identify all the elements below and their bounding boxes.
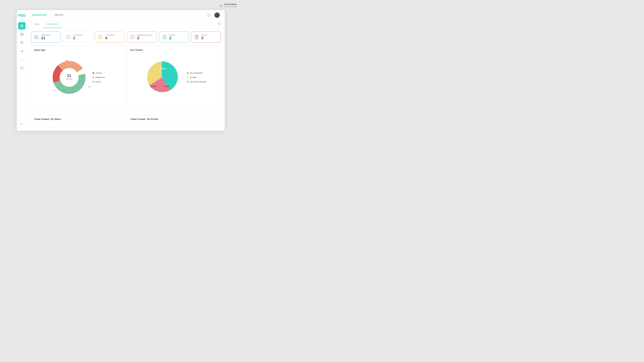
pie-label-sla-not-achieved: 06.00% [160, 67, 166, 69]
stats-row: Total Ticket 11 Not Started 1 [27, 28, 225, 45]
building-icon [20, 66, 24, 69]
donut-container: 11 Tickets 02 03 05 [51, 59, 88, 96]
topbar: DASHBOARD | REPORT [27, 10, 225, 20]
user-avatar[interactable] [214, 12, 220, 18]
not-started-icon [66, 34, 71, 40]
nav-report[interactable]: REPORT [54, 14, 64, 16]
checklist-icon [20, 41, 24, 44]
annotation-02: 02 [66, 60, 68, 62]
sidebar-item-checklist[interactable] [18, 39, 26, 46]
svg-point-13 [21, 59, 22, 60]
avatar-image [214, 12, 220, 18]
svg-rect-2 [20, 26, 22, 27]
legend-statement: Statement [92, 76, 105, 79]
branding: TechnoMark Let's Innovate [219, 3, 237, 8]
by-priority-title: Ticket Created - By Priority [130, 118, 218, 120]
annotation-05: 05 [88, 86, 90, 88]
topbar-actions [206, 12, 220, 18]
briefcase-icon [20, 32, 24, 36]
tabs-bar: Tasks Email Ticket [27, 20, 225, 28]
bottom-card-by-priority: Ticket Created - By Priority [127, 115, 221, 128]
closed-icon [162, 34, 167, 40]
stat-card-waiting[interactable]: Waiting from client 2 [127, 31, 157, 42]
svg-rect-11 [22, 50, 22, 52]
settings-icon [20, 58, 24, 61]
tab-email-ticket[interactable]: Email Ticket [43, 20, 62, 28]
charts-row: Email Type [27, 45, 225, 115]
waiting-icon [130, 34, 135, 40]
stat-card-not-started[interactable]: Not Started 1 [63, 31, 92, 42]
main-content: DASHBOARD | REPORT Tasks Emai [27, 10, 225, 131]
stat-info-cancel: Cancel 3 [201, 34, 207, 40]
sidebar-item-dashboard[interactable] [18, 22, 26, 29]
pie-svg [142, 57, 182, 97]
notification-icon[interactable] [206, 12, 212, 18]
stat-value-not-started: 1 [73, 36, 82, 40]
sidebar: PMS [17, 10, 27, 131]
stat-card-total[interactable]: Total Ticket 11 [31, 31, 60, 42]
legend-sla-achieved: SLA Achieved [187, 72, 206, 74]
nav-dashboard[interactable]: DASHBOARD [32, 14, 47, 16]
sla-legend: SLA Achieved At Risk SLA Not Achieved [187, 72, 206, 83]
donut-svg: 11 Tickets [51, 59, 88, 96]
sla-title: SLA Tickets [130, 49, 218, 51]
sidebar-bottom [18, 120, 26, 127]
sidebar-item-chart[interactable] [18, 47, 26, 55]
stat-value-total: 11 [41, 36, 50, 40]
tabs: Tasks Email Ticket [31, 20, 62, 28]
filter-icon[interactable] [218, 22, 221, 26]
annotation-03: 03 [53, 89, 55, 91]
branding-icon [219, 4, 223, 7]
email-type-legend: Invoice Statement Query [92, 72, 105, 83]
bottom-card-by-status: Ticket Created - By Status [31, 115, 124, 128]
sidebar-item-briefcase[interactable] [18, 30, 26, 38]
svg-text:Tickets: Tickets [66, 78, 72, 80]
stat-card-cancel[interactable]: Cancel 3 [191, 31, 221, 42]
svg-rect-10 [20, 51, 21, 52]
legend-at-risk: At Risk [187, 76, 206, 79]
grid-icon [20, 24, 24, 27]
in-progress-icon [98, 34, 103, 40]
stat-value-in-progress: 4 [105, 36, 115, 40]
sidebar-item-settings[interactable] [18, 56, 26, 63]
topbar-divider: | [50, 13, 51, 16]
legend-dot-statement [92, 77, 94, 78]
email-type-chart: Email Type [31, 45, 124, 112]
bar-chart-icon [20, 49, 24, 53]
svg-rect-1 [22, 25, 23, 26]
stat-card-in-progress[interactable]: In-Progress 4 [95, 31, 124, 42]
legend-dot-at-risk [187, 77, 189, 78]
total-ticket-icon [34, 34, 39, 40]
email-type-inner: 11 Tickets 02 03 05 [34, 54, 121, 101]
stat-label-waiting: Waiting from client [137, 34, 152, 36]
svg-rect-17 [22, 68, 22, 69]
tab-tasks[interactable]: Tasks [31, 20, 43, 28]
svg-text:11: 11 [67, 73, 71, 78]
stat-value-cancel: 3 [201, 36, 207, 40]
sidebar-item-collapse[interactable] [18, 120, 26, 127]
stat-value-waiting: 2 [137, 36, 152, 40]
branding-text: TechnoMark Let's Innovate [224, 3, 237, 8]
legend-invoice: Invoice [92, 72, 105, 74]
by-status-title: Ticket Created - By Status [34, 118, 121, 120]
sidebar-logo: PMS [18, 13, 26, 18]
legend-dot-query [92, 81, 94, 83]
svg-marker-25 [218, 23, 220, 25]
svg-rect-3 [22, 26, 23, 27]
stat-card-closed[interactable]: Closed 1 [159, 31, 189, 42]
legend-query: Query [92, 81, 105, 83]
sidebar-item-building[interactable] [18, 64, 26, 71]
svg-rect-0 [20, 25, 22, 26]
svg-rect-12 [22, 50, 23, 52]
legend-sla-not-achieved: SLA Not Achieved [187, 81, 206, 83]
stat-info-total: Total Ticket 11 [41, 34, 50, 40]
app-container: PMS [17, 10, 225, 131]
stat-info-in-progress: In-Progress 4 [105, 34, 115, 40]
legend-dot-sla-achieved [187, 72, 189, 74]
pie-label-at-risk: 12.00% [150, 85, 156, 87]
email-type-title: Email Type [34, 49, 121, 51]
svg-rect-15 [21, 66, 22, 67]
legend-dot-sla-not-achieved [187, 81, 189, 83]
svg-rect-6 [21, 41, 23, 44]
stat-info-closed: Closed 1 [169, 34, 175, 40]
